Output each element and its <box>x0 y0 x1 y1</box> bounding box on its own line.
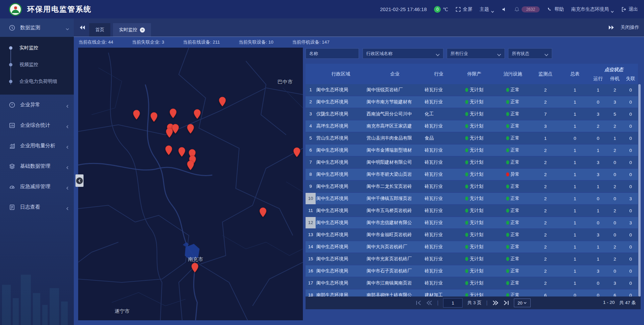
app-logo-icon <box>9 3 22 16</box>
map-marker-pin-icon[interactable] <box>194 109 201 119</box>
row-index: 9 <box>306 181 316 192</box>
table-row[interactable]: 3仪陇生态环境局西南油气田分公司川中化工无计划正常71350 <box>306 108 638 120</box>
map-marker-pin-icon[interactable] <box>191 263 199 273</box>
cell-monitor-points: 3 <box>531 124 560 129</box>
map-marker-pin-icon[interactable] <box>293 147 301 157</box>
table-row[interactable]: 9阆中生态环境局阆中市二龙长宝页岩砖砖瓦行业无计划正常21120 <box>306 181 638 192</box>
cell-industry: 砖瓦行业 <box>424 208 453 214</box>
logout-icon <box>621 7 627 12</box>
pager-divider: | <box>486 300 488 306</box>
map-panel[interactable]: 巴中市南充市遂宁市 <box>78 48 303 320</box>
table-row[interactable]: 1阆中生态环境局阆中强锐页岩砖厂砖瓦行业无计划正常21120 <box>306 84 638 96</box>
last-page-icon[interactable] <box>503 301 509 305</box>
cell-industry: 砖瓦行业 <box>424 159 453 165</box>
map-marker-pin-icon[interactable] <box>259 207 267 217</box>
status-filter-select[interactable]: 所有状态 <box>508 48 552 59</box>
page-number-input[interactable] <box>443 298 463 308</box>
cell-lost-count: 0 <box>623 172 638 177</box>
table-row[interactable]: 6阆中生态环境局阆中市金博瑞新型墙材砖瓦行业无计划正常21120 <box>306 145 638 156</box>
industry-filter-select[interactable]: 所有行业 <box>447 48 505 59</box>
table-row[interactable]: 11阆中生态环境局阆中市五马桥页岩机砖砖瓦行业无计划正常21120 <box>306 205 638 216</box>
sidebar-item-enterprise-abnormal[interactable]: 企业异常 <box>0 95 74 115</box>
sidebar-item-video-monitoring[interactable]: 视频监控 <box>0 56 74 73</box>
region-filter-select[interactable]: 行政区域名称 <box>363 48 443 59</box>
table-header: 行政区域 企业 行业 停限产 治污设施 监测点 总表 点位状态 运行 停机 失联 <box>306 64 638 84</box>
name-filter-input[interactable] <box>306 48 359 59</box>
table-row[interactable]: 4高坪生态环境局南充市高坪区王家店建砖瓦行业无计划正常31220 <box>306 120 638 132</box>
cell-treatment-status: 正常 <box>495 292 531 296</box>
sidebar-item-enterprise-statistics[interactable]: 企业综合统计 <box>0 115 74 136</box>
stats-window-icon <box>9 122 15 129</box>
map-marker-pin-icon[interactable] <box>133 110 140 120</box>
cell-lost-count: 0 <box>623 269 638 274</box>
table-scrollbar[interactable] <box>638 84 641 296</box>
sidebar-item-base-data-management[interactable]: 基础数据管理 <box>0 156 74 176</box>
table-row[interactable]: 18南部生态环境局南部县砌伴土砖有限公建材加工无计划正常60060 <box>306 289 638 296</box>
column-header-company: 企业 <box>366 64 424 84</box>
tab-home[interactable]: 首页 <box>89 23 110 37</box>
table-row[interactable]: 10阆中生态环境局阆中千佛镇五郎垭页岩砖瓦行业无计划正常21003 <box>306 193 638 204</box>
tab-close-icon[interactable]: × <box>140 28 145 33</box>
map-marker-pin-icon[interactable] <box>219 97 226 107</box>
sidebar-submenu: 实时监控 视频监控 企业电力负荷明细 <box>0 37 74 95</box>
prev-page-icon[interactable] <box>426 301 432 305</box>
cell-company: 南部县砌伴土砖有限公 <box>366 292 424 296</box>
status-dot-icon <box>465 233 468 237</box>
column-header-industry: 行业 <box>424 64 453 84</box>
fullscreen-button[interactable]: 全屏 <box>455 6 472 12</box>
theme-dropdown[interactable]: 主题 <box>480 6 494 12</box>
cell-lost-count: 0 <box>623 281 638 286</box>
help-button[interactable]: 帮助 <box>547 6 564 12</box>
status-dot-icon <box>465 112 468 116</box>
page-size-select[interactable]: 20 <box>514 299 531 307</box>
table-row[interactable]: 5营山生态环境局营山县润丰肉食品有限食品无计划正常10010 <box>306 132 638 144</box>
table-row[interactable]: 13阆中生态环境局阆中市金福旺页岩机砖砖瓦行业无计划正常21300 <box>306 229 638 240</box>
cell-total-meters: 1 <box>560 88 590 93</box>
table-row[interactable]: 12阆中生态环境局阆中市忠信建材有限公砖瓦行业无计划正常21003 <box>306 217 638 228</box>
cell-company: 阆中强锐页岩砖厂 <box>366 87 424 93</box>
stat-item: 当前失联设备: 10 <box>239 39 274 45</box>
sidebar-item-emergency-reduction[interactable]: 应急减排管理 <box>0 176 74 197</box>
notification-button[interactable]: 2632 <box>514 6 540 12</box>
cell-lost-count: 0 <box>623 148 638 153</box>
table-row[interactable]: 14阆中生态环境局阆中大兴页岩机砖厂砖瓦行业无计划正常21120 <box>306 241 638 253</box>
mute-button[interactable] <box>501 7 507 12</box>
cell-total-meters: 1 <box>560 281 590 286</box>
logout-button[interactable]: 退出 <box>621 6 638 12</box>
table-row[interactable]: 15阆中生态环境局阆中市光富页岩机砖厂砖瓦行业无计划正常21120 <box>306 253 638 265</box>
map-marker-pin-icon[interactable] <box>166 128 173 138</box>
status-dot-icon <box>465 88 468 92</box>
sidebar-item-power-usage-analysis[interactable]: 企业用电量分析 <box>0 136 74 156</box>
sidebar-item-data-monitoring[interactable]: 数据监测 <box>0 18 74 37</box>
alert-circle-icon <box>9 102 15 108</box>
cell-limit-status: 无计划 <box>453 232 495 238</box>
sidebar-item-realtime-monitoring[interactable]: 实时监控 <box>0 40 74 56</box>
close-operations-dropdown[interactable]: 关闭操作 <box>621 24 639 31</box>
table-row[interactable]: 2阆中生态环境局阆中市南方节能建材有砖瓦行业无计划正常21030 <box>306 96 638 108</box>
next-page-icon[interactable] <box>492 301 498 305</box>
table-row[interactable]: 16阆中生态环境局阆中市石子页岩机砖厂砖瓦行业无计划正常21300 <box>306 265 638 277</box>
tab-realtime-monitoring[interactable]: 实时监控 × <box>113 23 151 37</box>
tabs-scroll-left-icon[interactable] <box>79 25 85 30</box>
user-org-dropdown[interactable]: 南充市生态环境局 <box>571 6 614 12</box>
map-marker-pin-icon[interactable] <box>165 145 172 155</box>
sidebar-item-log-view[interactable]: 日志查看 <box>0 197 74 217</box>
panel-collapse-toggle[interactable] <box>75 174 84 187</box>
cell-stop-count: 3 <box>606 281 623 286</box>
map-marker-pin-icon[interactable] <box>178 147 185 157</box>
cell-industry: 砖瓦行业 <box>424 147 453 153</box>
first-page-icon[interactable] <box>416 301 422 305</box>
map-marker-pin-icon[interactable] <box>187 124 194 134</box>
tabs-scroll-right-icon[interactable] <box>608 25 614 30</box>
sidebar-item-power-load-detail[interactable]: 企业电力负荷明细 <box>0 73 74 90</box>
table-row[interactable]: 7阆中生态环境局阆中明阳建材有限公司砖瓦行业无计划正常21300 <box>306 157 638 168</box>
map-marker-pin-icon[interactable] <box>150 112 158 122</box>
chevron-down-icon <box>611 8 614 10</box>
cell-treatment-status: 异常 <box>495 171 531 177</box>
cell-total-meters: 1 <box>560 100 590 105</box>
table-row[interactable]: 8阆中生态环境局阆中市枣碧大梁山页岩砖瓦行业无计划异常21300 <box>306 169 638 180</box>
map-marker-pin-icon[interactable] <box>169 108 177 118</box>
map-marker-pin-icon[interactable] <box>187 160 194 170</box>
cell-region: 阆中生态环境局 <box>316 147 366 153</box>
table-row[interactable]: 17阆中生态环境局阆中市江南镇阆南页岩砖瓦行业无计划正常21030 <box>306 277 638 289</box>
